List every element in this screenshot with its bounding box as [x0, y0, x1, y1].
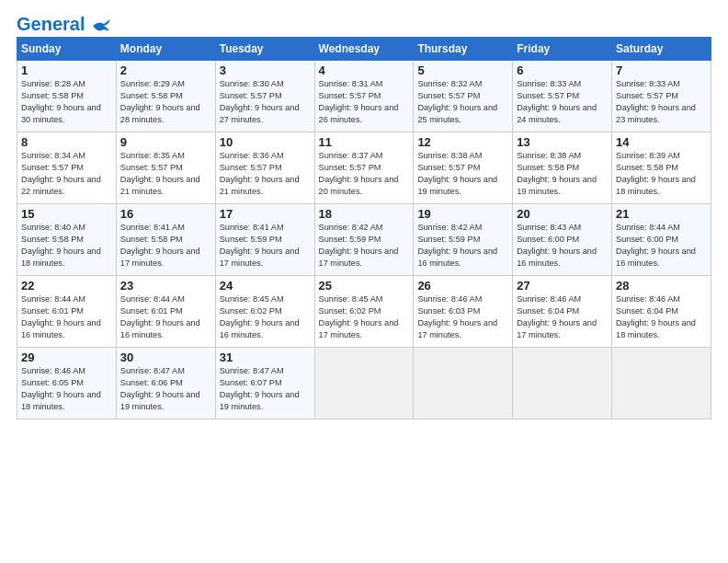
cell-info: Sunrise: 8:33 AMSunset: 5:57 PMDaylight:… — [616, 79, 696, 124]
calendar-cell: 11Sunrise: 8:37 AMSunset: 5:57 PMDayligh… — [314, 132, 414, 204]
calendar-cell: 7Sunrise: 8:33 AMSunset: 5:57 PMDaylight… — [612, 61, 711, 132]
cell-info: Sunrise: 8:46 AMSunset: 6:05 PMDaylight:… — [21, 366, 101, 411]
calendar-cell: 15Sunrise: 8:40 AMSunset: 5:58 PMDayligh… — [17, 204, 117, 276]
cell-info: Sunrise: 8:34 AMSunset: 5:57 PMDaylight:… — [21, 151, 101, 196]
cell-info: Sunrise: 8:38 AMSunset: 5:58 PMDaylight:… — [517, 151, 597, 196]
day-header-monday: Monday — [116, 38, 215, 61]
day-number: 22 — [21, 279, 112, 293]
calendar-cell: 25Sunrise: 8:45 AMSunset: 6:02 PMDayligh… — [314, 276, 414, 348]
cell-info: Sunrise: 8:46 AMSunset: 6:04 PMDaylight:… — [616, 294, 696, 339]
calendar-cell: 23Sunrise: 8:44 AMSunset: 6:01 PMDayligh… — [116, 276, 215, 348]
calendar-header-row: SundayMondayTuesdayWednesdayThursdayFrid… — [17, 38, 711, 61]
calendar-week-2: 8Sunrise: 8:34 AMSunset: 5:57 PMDaylight… — [17, 132, 711, 204]
cell-info: Sunrise: 8:29 AMSunset: 5:58 PMDaylight:… — [120, 79, 200, 124]
calendar-cell: 10Sunrise: 8:36 AMSunset: 5:57 PMDayligh… — [215, 132, 314, 204]
day-number: 10 — [220, 135, 311, 149]
header: General — [17, 15, 711, 31]
day-number: 26 — [417, 279, 508, 293]
day-number: 18 — [319, 207, 410, 221]
day-number: 17 — [220, 207, 311, 221]
calendar-cell: 12Sunrise: 8:38 AMSunset: 5:57 PMDayligh… — [414, 132, 513, 204]
day-number: 2 — [120, 63, 211, 77]
day-number: 28 — [616, 279, 707, 293]
day-header-friday: Friday — [513, 38, 612, 61]
calendar-cell: 18Sunrise: 8:42 AMSunset: 5:59 PMDayligh… — [314, 204, 414, 276]
cell-info: Sunrise: 8:41 AMSunset: 5:58 PMDaylight:… — [120, 223, 200, 268]
cell-info: Sunrise: 8:41 AMSunset: 5:59 PMDaylight:… — [220, 223, 300, 268]
logo: General — [17, 15, 111, 31]
calendar-table: SundayMondayTuesdayWednesdayThursdayFrid… — [17, 37, 711, 419]
calendar-cell: 9Sunrise: 8:35 AMSunset: 5:57 PMDaylight… — [116, 132, 215, 204]
day-number: 5 — [417, 63, 508, 77]
calendar-cell: 27Sunrise: 8:46 AMSunset: 6:04 PMDayligh… — [513, 276, 612, 348]
cell-info: Sunrise: 8:39 AMSunset: 5:58 PMDaylight:… — [616, 151, 696, 196]
day-number: 16 — [120, 207, 211, 221]
day-number: 27 — [517, 279, 608, 293]
cell-info: Sunrise: 8:40 AMSunset: 5:58 PMDaylight:… — [21, 223, 101, 268]
cell-info: Sunrise: 8:46 AMSunset: 6:03 PMDaylight:… — [417, 294, 497, 339]
day-header-thursday: Thursday — [414, 38, 513, 61]
calendar-cell: 6Sunrise: 8:33 AMSunset: 5:57 PMDaylight… — [513, 61, 612, 132]
calendar-cell: 4Sunrise: 8:31 AMSunset: 5:57 PMDaylight… — [314, 61, 414, 132]
page: General SundayMondayTuesdayWednesdayThur… — [0, 0, 728, 563]
day-number: 7 — [616, 63, 707, 77]
cell-info: Sunrise: 8:42 AMSunset: 5:59 PMDaylight:… — [319, 223, 399, 268]
cell-info: Sunrise: 8:36 AMSunset: 5:57 PMDaylight:… — [220, 151, 300, 196]
day-number: 3 — [220, 63, 311, 77]
day-header-sunday: Sunday — [17, 38, 117, 61]
day-number: 14 — [616, 135, 707, 149]
calendar-cell — [414, 348, 513, 419]
cell-info: Sunrise: 8:38 AMSunset: 5:57 PMDaylight:… — [417, 151, 497, 196]
calendar-cell: 14Sunrise: 8:39 AMSunset: 5:58 PMDayligh… — [612, 132, 711, 204]
calendar-cell: 21Sunrise: 8:44 AMSunset: 6:00 PMDayligh… — [612, 204, 711, 276]
day-number: 11 — [319, 135, 410, 149]
cell-info: Sunrise: 8:33 AMSunset: 5:57 PMDaylight:… — [517, 79, 597, 124]
day-number: 9 — [120, 135, 211, 149]
calendar-week-3: 15Sunrise: 8:40 AMSunset: 5:58 PMDayligh… — [17, 204, 711, 276]
day-number: 19 — [417, 207, 508, 221]
day-number: 31 — [220, 350, 311, 364]
calendar-cell — [314, 348, 414, 419]
cell-info: Sunrise: 8:43 AMSunset: 6:00 PMDaylight:… — [517, 223, 597, 268]
cell-info: Sunrise: 8:28 AMSunset: 5:58 PMDaylight:… — [21, 79, 101, 124]
day-number: 4 — [319, 63, 410, 77]
calendar-cell: 16Sunrise: 8:41 AMSunset: 5:58 PMDayligh… — [116, 204, 215, 276]
cell-info: Sunrise: 8:31 AMSunset: 5:57 PMDaylight:… — [319, 79, 399, 124]
cell-info: Sunrise: 8:47 AMSunset: 6:06 PMDaylight:… — [120, 366, 200, 411]
cell-info: Sunrise: 8:32 AMSunset: 5:57 PMDaylight:… — [417, 79, 497, 124]
calendar-cell: 2Sunrise: 8:29 AMSunset: 5:58 PMDaylight… — [116, 61, 215, 132]
cell-info: Sunrise: 8:35 AMSunset: 5:57 PMDaylight:… — [120, 151, 200, 196]
day-number: 21 — [616, 207, 707, 221]
cell-info: Sunrise: 8:30 AMSunset: 5:57 PMDaylight:… — [220, 79, 300, 124]
calendar-cell — [513, 348, 612, 419]
calendar-cell: 19Sunrise: 8:42 AMSunset: 5:59 PMDayligh… — [414, 204, 513, 276]
calendar-cell: 3Sunrise: 8:30 AMSunset: 5:57 PMDaylight… — [215, 61, 314, 132]
cell-info: Sunrise: 8:47 AMSunset: 6:07 PMDaylight:… — [220, 366, 300, 411]
day-number: 13 — [517, 135, 608, 149]
calendar-cell: 17Sunrise: 8:41 AMSunset: 5:59 PMDayligh… — [215, 204, 314, 276]
calendar-cell: 13Sunrise: 8:38 AMSunset: 5:58 PMDayligh… — [513, 132, 612, 204]
day-number: 15 — [21, 207, 112, 221]
calendar-cell: 30Sunrise: 8:47 AMSunset: 6:06 PMDayligh… — [116, 348, 215, 419]
day-number: 12 — [417, 135, 508, 149]
day-header-wednesday: Wednesday — [314, 38, 414, 61]
calendar-cell: 5Sunrise: 8:32 AMSunset: 5:57 PMDaylight… — [414, 61, 513, 132]
cell-info: Sunrise: 8:44 AMSunset: 6:01 PMDaylight:… — [21, 294, 101, 339]
day-number: 30 — [120, 350, 211, 364]
calendar-week-1: 1Sunrise: 8:28 AMSunset: 5:58 PMDaylight… — [17, 61, 711, 132]
day-header-saturday: Saturday — [612, 38, 711, 61]
day-number: 24 — [220, 279, 311, 293]
day-number: 1 — [21, 63, 112, 77]
cell-info: Sunrise: 8:44 AMSunset: 6:00 PMDaylight:… — [616, 223, 696, 268]
calendar-week-5: 29Sunrise: 8:46 AMSunset: 6:05 PMDayligh… — [17, 348, 711, 419]
cell-info: Sunrise: 8:46 AMSunset: 6:04 PMDaylight:… — [517, 294, 597, 339]
day-number: 25 — [319, 279, 410, 293]
cell-info: Sunrise: 8:37 AMSunset: 5:57 PMDaylight:… — [319, 151, 399, 196]
day-number: 8 — [21, 135, 112, 149]
calendar-cell: 29Sunrise: 8:46 AMSunset: 6:05 PMDayligh… — [17, 348, 117, 419]
cell-info: Sunrise: 8:45 AMSunset: 6:02 PMDaylight:… — [319, 294, 399, 339]
cell-info: Sunrise: 8:45 AMSunset: 6:02 PMDaylight:… — [220, 294, 300, 339]
calendar-cell: 1Sunrise: 8:28 AMSunset: 5:58 PMDaylight… — [17, 61, 117, 132]
day-header-tuesday: Tuesday — [215, 38, 314, 61]
bird-icon — [91, 18, 111, 33]
